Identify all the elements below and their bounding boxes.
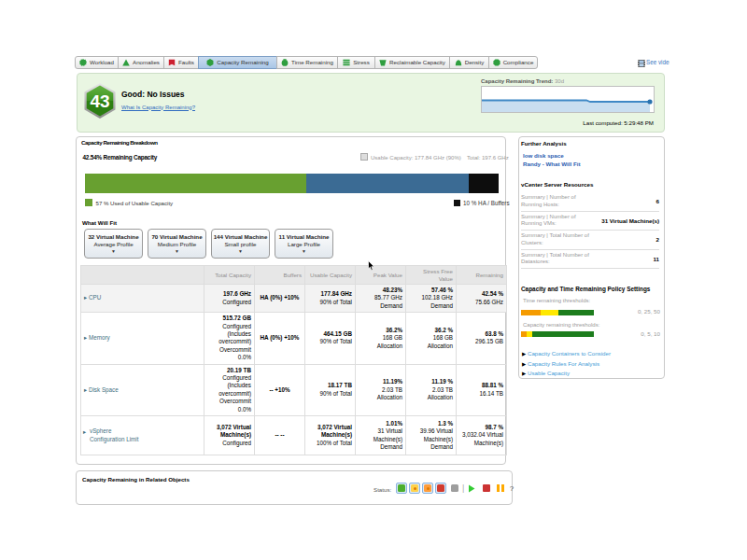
svg-text:43: 43 bbox=[90, 91, 109, 111]
